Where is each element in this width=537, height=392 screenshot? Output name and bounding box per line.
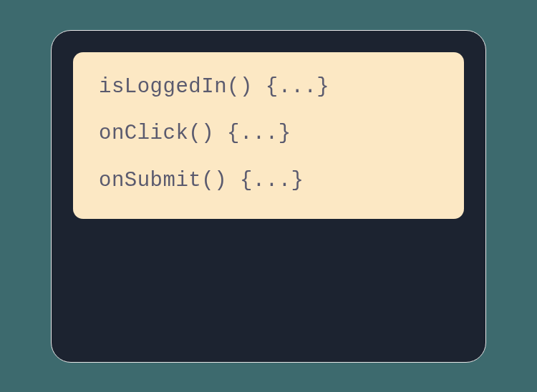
code-line: onClick() {...} — [99, 120, 438, 147]
code-line: onSubmit() {...} — [99, 167, 438, 195]
code-line: isLoggedIn() {...} — [99, 74, 438, 101]
editor-panel: isLoggedIn() {...} onClick() {...} onSub… — [51, 30, 486, 363]
code-block: isLoggedIn() {...} onClick() {...} onSub… — [73, 52, 464, 219]
